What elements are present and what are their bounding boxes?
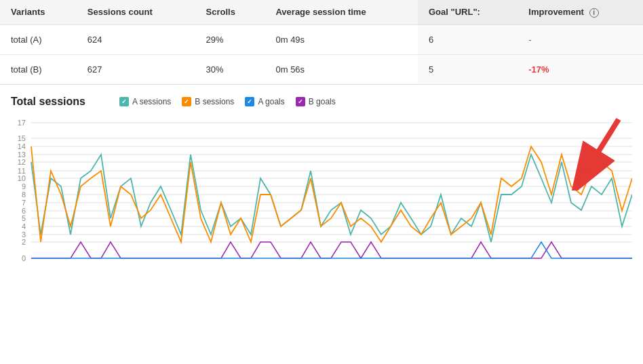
svg-text:7: 7 — [22, 199, 26, 207]
legend-a-goals-label: A goals — [258, 97, 284, 106]
col-header-improvement: Improvement i — [518, 0, 643, 24]
svg-line-33 — [585, 119, 619, 174]
svg-text:14: 14 — [18, 142, 26, 150]
total-sessions-chart: .grid-line { stroke: #e0e0e0; stroke-wid… — [11, 116, 632, 272]
variant-a-improvement: - — [518, 24, 643, 54]
svg-text:12: 12 — [18, 158, 26, 166]
col-header-avg-time: Average session time — [265, 0, 418, 24]
red-arrow-annotation — [571, 113, 625, 190]
svg-text:0: 0 — [22, 254, 26, 262]
legend-b-sessions-checkbox[interactable]: ✓ — [182, 97, 191, 106]
svg-text:15: 15 — [18, 134, 26, 142]
variant-b-label: total (B) — [0, 54, 77, 84]
svg-text:10: 10 — [18, 174, 26, 182]
svg-text:4: 4 — [22, 222, 26, 230]
col-header-goal: Goal "URL": — [418, 0, 518, 24]
legend-b-sessions-label: B sessions — [195, 97, 234, 106]
legend-b-goals-label: B goals — [309, 97, 336, 106]
legend-a-goals: ✓ A goals — [245, 97, 284, 106]
chart-header: Total sessions ✓ A sessions ✓ B sessions… — [11, 96, 632, 108]
variant-a-sessions: 624 — [77, 24, 195, 54]
variant-a-goal: 6 — [418, 24, 518, 54]
legend-a-sessions-label: A sessions — [132, 97, 171, 106]
results-table: Variants Sessions count Scrolls Average … — [0, 0, 643, 85]
variant-a-avg-time: 0m 49s — [265, 24, 418, 54]
chart-legend: ✓ A sessions ✓ B sessions ✓ A goals ✓ — [119, 97, 336, 106]
variant-b-avg-time: 0m 56s — [265, 54, 418, 84]
chart-container: .grid-line { stroke: #e0e0e0; stroke-wid… — [11, 116, 632, 272]
svg-text:2: 2 — [22, 238, 26, 246]
variant-a-scrolls: 29% — [195, 24, 265, 54]
svg-marker-34 — [574, 167, 595, 184]
legend-a-sessions: ✓ A sessions — [119, 97, 171, 106]
variant-b-goal: 5 — [418, 54, 518, 84]
variant-a-label: total (A) — [0, 24, 77, 54]
svg-text:8: 8 — [22, 190, 26, 199]
svg-text:5: 5 — [22, 214, 26, 222]
improvement-label: Improvement — [528, 7, 584, 17]
legend-b-goals-checkbox[interactable]: ✓ — [296, 97, 305, 106]
col-header-scrolls: Scrolls — [195, 0, 265, 24]
col-header-variants: Variants — [0, 0, 77, 24]
improvement-info-icon[interactable]: i — [589, 8, 599, 18]
col-header-sessions: Sessions count — [77, 0, 195, 24]
variant-b-scrolls: 30% — [195, 54, 265, 84]
legend-a-goals-checkbox[interactable]: ✓ — [245, 97, 254, 106]
variant-b-improvement: -17% — [518, 54, 643, 84]
legend-b-goals: ✓ B goals — [296, 97, 336, 106]
svg-text:9: 9 — [22, 182, 26, 190]
table-row: total (A) 624 29% 0m 49s 6 - — [0, 24, 643, 54]
legend-b-sessions: ✓ B sessions — [182, 97, 234, 106]
chart-section: Total sessions ✓ A sessions ✓ B sessions… — [0, 85, 643, 277]
variant-b-sessions: 627 — [77, 54, 195, 84]
chart-title: Total sessions — [11, 96, 85, 108]
legend-a-sessions-checkbox[interactable]: ✓ — [119, 97, 129, 106]
table-row: total (B) 627 30% 0m 56s 5 -17% — [0, 54, 643, 84]
svg-text:17: 17 — [18, 119, 26, 127]
